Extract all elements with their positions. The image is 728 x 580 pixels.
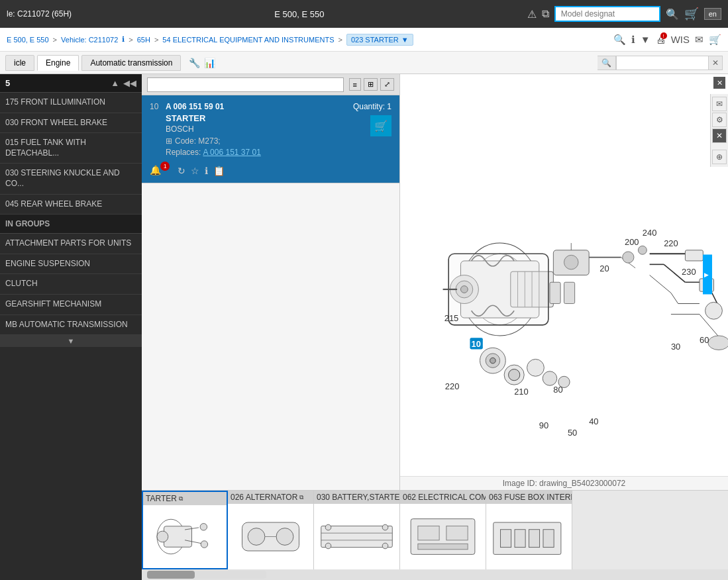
- scrollbar-track[interactable]: [147, 571, 266, 579]
- floating-panel-button[interactable]: ▶: [703, 254, 712, 294]
- floating-panel: ▶: [703, 254, 712, 296]
- details-icon[interactable]: 📋: [213, 166, 225, 176]
- thumb-ext-icon-0: ⧉: [179, 495, 183, 503]
- warning-icon[interactable]: ⚠: [527, 8, 537, 21]
- cart-icon[interactable]: 🛒: [709, 34, 721, 46]
- tab-search-input[interactable]: [616, 56, 709, 70]
- vehicle-info-icon[interactable]: ℹ: [122, 35, 125, 44]
- parts-search-input[interactable]: [147, 77, 344, 92]
- breadcrumb-category[interactable]: 54 ELECTRICAL EQUIPMENT AND INSTRUMENTS: [162, 36, 334, 44]
- thumbnail-0[interactable]: TARTER ⧉: [142, 491, 228, 569]
- tab-icon-2[interactable]: 📊: [204, 58, 215, 68]
- thumbnail-2[interactable]: 030 BATTERY,STARTER/ALTERNATOR CABLE ⧉: [314, 491, 400, 569]
- sidebar-header: 5 ▲ ◀◀: [0, 74, 142, 93]
- info-circle-icon[interactable]: ℹ: [205, 166, 208, 176]
- thumb-label-1: 026 ALTERNATOR ⧉: [228, 491, 313, 504]
- info-icon[interactable]: ℹ: [631, 34, 635, 46]
- search-icon[interactable]: 🔍: [666, 8, 679, 21]
- bookmark-icon[interactable]: ☆: [191, 166, 199, 176]
- side-tool-2[interactable]: ⚙: [712, 113, 727, 127]
- bottom-scrollbar: [142, 569, 728, 580]
- sidebar-item-steering-knuckle[interactable]: 030 STEERING KNUCKLE AND CO...: [0, 164, 142, 194]
- svg-rect-90: [543, 530, 554, 548]
- part-entry: 10 A 006 151 59 01 STARTER BOSCH ⊞ Code:…: [142, 95, 399, 183]
- svg-rect-88: [515, 530, 525, 548]
- sidebar-item-front-illumination[interactable]: 175 FRONT ILLUMINATION: [0, 93, 142, 113]
- thumb-image-3: [400, 504, 486, 569]
- upper-section: ≡ ⊞ ⤢ 10 A 006 151 59 01 STARTER BOSCH: [142, 74, 728, 490]
- tab-search-icon[interactable]: 🔍: [598, 56, 616, 70]
- sidebar-item-front-wheel-brake[interactable]: 030 FRONT WHEEL BRAKE: [0, 113, 142, 134]
- grid-view-icon[interactable]: ⊞: [364, 78, 378, 91]
- svg-point-13: [564, 255, 579, 269]
- svg-text:10: 10: [472, 339, 481, 349]
- svg-point-20: [638, 246, 647, 254]
- svg-line-28: [671, 293, 678, 303]
- refresh-icon[interactable]: ↻: [178, 166, 185, 176]
- svg-rect-17: [550, 282, 560, 303]
- language-selector[interactable]: en: [704, 8, 721, 20]
- svg-text:230: 230: [682, 267, 696, 277]
- sidebar-item-clutch[interactable]: CLUTCH: [0, 274, 142, 295]
- svg-text:215: 215: [444, 313, 459, 323]
- side-close-button[interactable]: ✕: [712, 128, 727, 143]
- breadcrumb-model[interactable]: E 500, E 550: [7, 36, 49, 44]
- svg-rect-75: [321, 526, 393, 547]
- thumb-label-2: 030 BATTERY,STARTER/ALTERNATOR CABLE ⧉: [314, 491, 399, 504]
- svg-rect-87: [501, 530, 511, 548]
- main-content: 5 ▲ ◀◀ 175 FRONT ILLUMINATION 030 FRONT …: [0, 74, 728, 580]
- expand-view-icon[interactable]: ⤢: [380, 78, 394, 91]
- thumb-image-1: [228, 504, 313, 569]
- breadcrumb-vehicle[interactable]: Vehicle: C211072: [61, 36, 118, 44]
- mail-icon[interactable]: ✉: [695, 34, 703, 46]
- sidebar-item-fuel-tank[interactable]: 015 FUEL TANK WITH DETACHABL...: [0, 133, 142, 164]
- sidebar-item-attachment-parts[interactable]: ATTACHMENT PARTS FOR UNITS: [0, 234, 142, 254]
- sidebar-expand-icon[interactable]: ◀◀: [123, 78, 136, 88]
- sidebar-collapse-icon[interactable]: ▲: [111, 78, 119, 88]
- add-to-cart-button[interactable]: 🛒: [370, 115, 391, 136]
- thumb-image-2: [314, 504, 399, 569]
- tab-search-close-button[interactable]: ✕: [709, 56, 723, 70]
- filter-icon[interactable]: ▼: [641, 34, 650, 45]
- part-actions: 🔔 1 ↻ ☆ ℹ 📋: [150, 165, 391, 176]
- parts-column: ≡ ⊞ ⤢ 10 A 006 151 59 01 STARTER BOSCH: [142, 74, 400, 490]
- svg-point-35: [708, 336, 728, 350]
- model-search-input[interactable]: [554, 6, 660, 22]
- replaces-article-link[interactable]: A 006 151 37 01: [203, 148, 260, 157]
- list-view-icon[interactable]: ≡: [349, 78, 361, 91]
- breadcrumb: E 500, E 550 > Vehicle: C211072 ℹ > 65H …: [0, 28, 728, 52]
- thumbnail-3[interactable]: 062 ELECTRICAL COMPARTMENT IN CO-DRIVER'…: [400, 491, 486, 569]
- breadcrumb-current[interactable]: 023 STARTER ▼: [346, 34, 413, 46]
- cart-button[interactable]: 🛒: [684, 7, 699, 21]
- side-tool-1[interactable]: ✉: [712, 97, 727, 111]
- zoom-icon[interactable]: 🔍: [613, 34, 626, 46]
- thumb-label-0: TARTER ⧉: [143, 492, 227, 505]
- tab-automatic-transmission[interactable]: Automatic transmission: [81, 55, 181, 71]
- svg-rect-84: [446, 526, 468, 540]
- sidebar-item-mb-automatic[interactable]: MB AUTOMATIC TRANSMISSION: [0, 315, 142, 336]
- sidebar-item-gearshift[interactable]: GEARSHIFT MECHANISM: [0, 295, 142, 315]
- svg-rect-32: [685, 250, 703, 261]
- diagram-close-button[interactable]: ✕: [713, 77, 725, 89]
- svg-point-70: [201, 541, 208, 548]
- tab-engine[interactable]: Engine: [37, 55, 79, 71]
- thumbnail-1[interactable]: 026 ALTERNATOR ⧉: [228, 491, 314, 569]
- wis-icon[interactable]: WIS: [671, 34, 690, 45]
- model-title: E 500, E 550: [274, 9, 324, 19]
- print-icon[interactable]: 🖨!: [656, 34, 666, 45]
- svg-text:220: 220: [664, 238, 678, 248]
- breadcrumb-code[interactable]: 65H: [137, 36, 150, 44]
- svg-text:80: 80: [553, 385, 562, 395]
- svg-point-79: [382, 524, 388, 530]
- sidebar-item-engine-suspension[interactable]: ENGINE SUSPENSION: [0, 254, 142, 275]
- sidebar-item-rear-wheel-brake[interactable]: 045 REAR WHEEL BRAKE: [0, 195, 142, 215]
- side-tool-zoom[interactable]: ⊕: [712, 150, 727, 164]
- thumb-label-3: 062 ELECTRICAL COMPARTMENT IN CO-DRIVER'…: [400, 491, 486, 504]
- tab-icon-1[interactable]: 🔧: [189, 58, 200, 68]
- thumbnail-4[interactable]: 063 FUSE BOX INTERIOR ⧉: [486, 491, 572, 569]
- tab-vehicle[interactable]: icle: [5, 55, 34, 71]
- copy-icon[interactable]: ⧉: [542, 8, 549, 20]
- part-brand: BOSCH: [166, 124, 353, 134]
- code-grid-icon: ⊞: [166, 136, 172, 146]
- sidebar-scroll-down[interactable]: ▼: [0, 335, 142, 347]
